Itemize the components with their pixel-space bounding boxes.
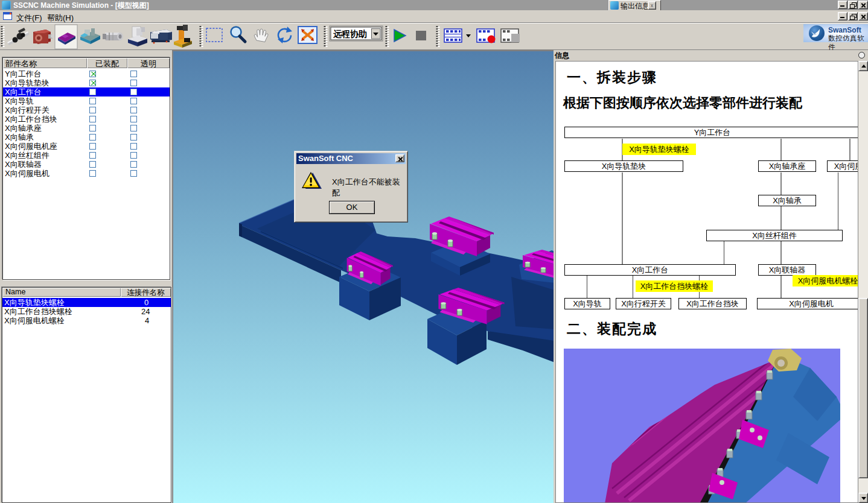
svg-text:远程协助: 远程协助	[333, 29, 367, 39]
